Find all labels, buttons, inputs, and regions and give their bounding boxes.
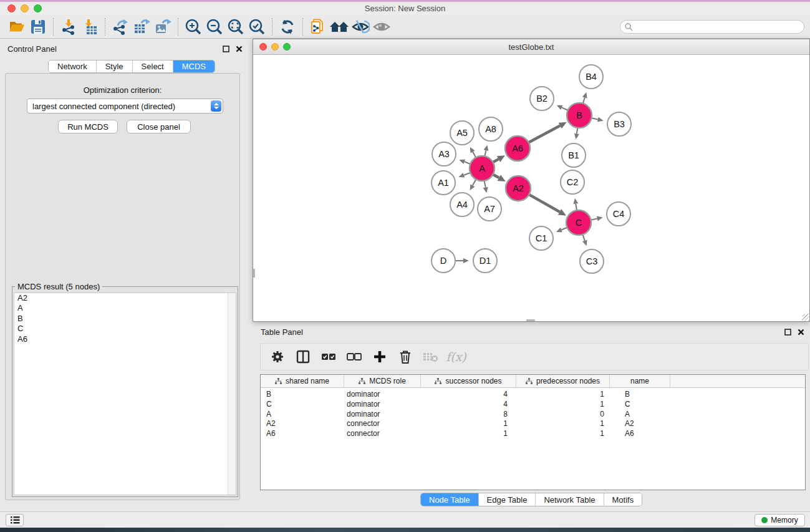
graph-edge[interactable]: [561, 228, 567, 230]
graph-edge[interactable]: [591, 218, 597, 220]
table-cell[interactable]: dominator: [344, 390, 421, 400]
zoom-in-button[interactable]: [183, 17, 204, 36]
preview-button[interactable]: [371, 17, 392, 36]
table-cell[interactable]: A6: [610, 429, 670, 439]
network-graph[interactable]: B4B2BB3A5A8A3A6B1AA1C2A2A4A7C4CC1C3DD1: [253, 56, 809, 319]
table-cell[interactable]: C: [261, 400, 344, 410]
mcds-result-item[interactable]: C: [14, 324, 236, 334]
zoom-fit-button[interactable]: [225, 17, 246, 36]
table-cell[interactable]: 1: [516, 400, 610, 410]
tab-motifs[interactable]: Motifs: [604, 493, 642, 506]
list-scrollbar[interactable]: [228, 293, 236, 495]
graph-edge[interactable]: [562, 107, 568, 110]
table-cell[interactable]: A: [610, 410, 670, 420]
column-header-shared-name[interactable]: shared name: [261, 375, 344, 387]
table-cell[interactable]: 1: [516, 419, 610, 429]
table-row[interactable]: Cdominator41C: [261, 400, 805, 410]
graph-edge[interactable]: [592, 118, 598, 119]
tab-select[interactable]: Select: [133, 60, 173, 72]
table-settings-button[interactable]: [266, 346, 289, 367]
graph-edge[interactable]: [493, 159, 498, 162]
hide-visual-button[interactable]: [350, 17, 371, 36]
export-table-button[interactable]: [131, 17, 152, 36]
table-cell[interactable]: 1: [516, 390, 610, 400]
network-window-titlebar[interactable]: testGlobe.txt: [253, 39, 809, 55]
table-cell[interactable]: B: [261, 390, 344, 400]
close-panel-icon[interactable]: [798, 329, 804, 336]
table-row[interactable]: Adominator80A: [261, 410, 805, 420]
import-network-button[interactable]: [58, 17, 79, 36]
select-all-columns-button[interactable]: [317, 346, 340, 367]
table-cell[interactable]: 1: [516, 429, 610, 439]
table-cell[interactable]: 1: [421, 429, 516, 439]
refresh-button[interactable]: [277, 17, 298, 36]
save-session-button[interactable]: [27, 17, 49, 36]
table-cell[interactable]: dominator: [344, 400, 421, 410]
graph-edge[interactable]: [473, 180, 476, 186]
table-cell[interactable]: 1: [421, 419, 516, 429]
table-cell[interactable]: dominator: [344, 410, 421, 420]
column-header-predecessor-nodes[interactable]: predecessor nodes: [516, 375, 610, 387]
column-header-name[interactable]: name: [610, 375, 670, 387]
mcds-result-item[interactable]: B: [14, 314, 236, 324]
table-row[interactable]: A2connector11A2: [261, 419, 805, 429]
close-panel-icon[interactable]: [236, 46, 243, 52]
deselect-all-columns-button[interactable]: [342, 346, 365, 367]
graph-edge[interactable]: [465, 162, 471, 164]
import-table-button[interactable]: [79, 17, 100, 36]
run-mcds-button[interactable]: Run MCDS: [58, 120, 118, 133]
table-row[interactable]: Bdominator41B: [261, 390, 805, 400]
task-history-button[interactable]: [6, 514, 24, 526]
graph-edge[interactable]: [577, 128, 577, 134]
window-resize-grip[interactable]: [802, 314, 809, 321]
criterion-select[interactable]: largest connected component (directed): [27, 99, 223, 114]
table-cell[interactable]: 4: [421, 390, 516, 400]
graph-edge[interactable]: [529, 126, 561, 143]
graph-edge[interactable]: [485, 150, 486, 156]
graph-edge[interactable]: [576, 204, 577, 211]
mcds-result-item[interactable]: A6: [14, 334, 236, 344]
table-cell[interactable]: A: [261, 410, 344, 420]
tab-network-table[interactable]: Network Table: [536, 493, 604, 506]
close-panel-button[interactable]: Close panel: [127, 120, 191, 133]
table-cell[interactable]: connector: [344, 419, 421, 429]
graph-edge[interactable]: [464, 173, 470, 175]
network-canvas[interactable]: B4B2BB3A5A8A3A6B1AA1C2A2A4A7C4CC1C3DD1: [253, 56, 809, 319]
graph-edge[interactable]: [583, 97, 585, 103]
table-cell[interactable]: 8: [421, 410, 516, 420]
table-cell[interactable]: C: [610, 400, 670, 410]
float-panel-icon[interactable]: [784, 329, 791, 336]
table-cell[interactable]: B: [610, 390, 670, 400]
column-header-mcds-role[interactable]: MCDS role: [344, 375, 421, 387]
table-cell[interactable]: A6: [261, 429, 344, 439]
mcds-result-item[interactable]: A: [14, 303, 236, 313]
graph-edge[interactable]: [485, 181, 486, 188]
tab-network[interactable]: Network: [49, 60, 97, 72]
table-cell[interactable]: 4: [421, 400, 516, 410]
zoom-selected-button[interactable]: [246, 17, 268, 36]
table-cell[interactable]: A2: [610, 419, 670, 429]
mcds-result-item[interactable]: A2: [14, 293, 236, 303]
column-header-successor-nodes[interactable]: successor nodes: [421, 375, 516, 387]
graph-edge[interactable]: [473, 152, 476, 158]
table-row[interactable]: A6connector11A6: [261, 429, 805, 439]
float-panel-icon[interactable]: [223, 46, 229, 52]
delete-column-button[interactable]: [393, 346, 417, 367]
table-cell[interactable]: A2: [261, 419, 344, 429]
tab-edge-table[interactable]: Edge Table: [479, 493, 536, 506]
function-builder-button[interactable]: f(x): [445, 346, 468, 367]
table-cell[interactable]: 0: [516, 410, 610, 420]
export-network-button[interactable]: [110, 17, 131, 36]
zoom-out-button[interactable]: [204, 17, 225, 36]
open-session-button[interactable]: [6, 17, 27, 36]
graph-edge[interactable]: [493, 175, 499, 178]
split-view-button[interactable]: [291, 346, 314, 367]
home-button[interactable]: [329, 17, 350, 36]
mcds-result-list[interactable]: A2ABCA6: [14, 293, 236, 495]
search-input[interactable]: [620, 20, 804, 34]
duplicate-network-button[interactable]: [307, 17, 329, 36]
table-cell[interactable]: connector: [344, 429, 421, 439]
add-column-button[interactable]: [368, 346, 391, 367]
tab-style[interactable]: Style: [97, 60, 133, 72]
delete-table-button[interactable]: [419, 346, 442, 367]
